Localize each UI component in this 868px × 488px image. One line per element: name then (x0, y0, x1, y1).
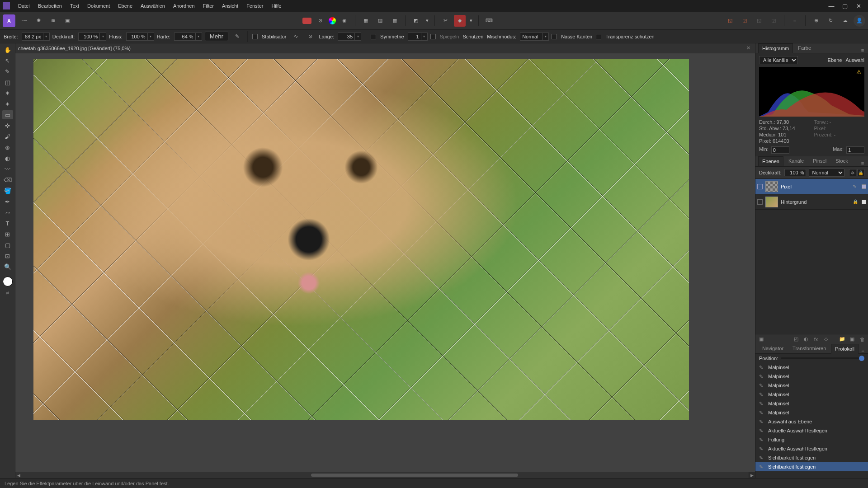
more-button[interactable]: Mehr (205, 32, 228, 41)
persona-tonemap-icon[interactable]: ≋ (47, 15, 59, 27)
history-slider[interactable] (781, 357, 864, 359)
length-input[interactable]: 35 (338, 33, 355, 41)
crop-icon[interactable]: ✂ (439, 15, 451, 27)
zoom-tool-icon[interactable]: 🔍 (2, 262, 13, 271)
crop-tool-icon[interactable]: ◫ (2, 78, 13, 87)
menu-datei[interactable]: Datei (14, 1, 33, 10)
history-item[interactable]: ✎Malpinsel (755, 408, 868, 417)
tab-transform[interactable]: Transformieren (788, 343, 830, 353)
account-avatar[interactable]: 👤 (854, 15, 865, 27)
history-panel-menu-icon[interactable]: ≡ (859, 348, 866, 353)
persona-photo-icon[interactable]: A (3, 14, 15, 27)
window-close[interactable]: ✕ (852, 1, 865, 10)
menu-bearbeiten[interactable]: Bearbeiten (34, 1, 66, 10)
sync-refresh-icon[interactable]: ↻ (825, 15, 836, 27)
swatch-color-icon[interactable] (329, 17, 336, 24)
layer-mask-icon[interactable]: ◰ (792, 336, 800, 343)
move-tool-icon[interactable]: ↖ (2, 56, 13, 65)
tab-layers[interactable]: Ebenen (758, 156, 783, 166)
history-item[interactable]: ✎Aktuelle Auswahl festlegen (755, 426, 868, 435)
scroll-left-icon[interactable]: ◀ (15, 472, 22, 478)
menu-auswaehlen[interactable]: Auswählen (137, 1, 169, 10)
persona-develop-icon[interactable]: ✺ (33, 15, 44, 27)
shape-tool-icon[interactable]: ▢ (2, 240, 13, 249)
menu-text[interactable]: Text (66, 1, 83, 10)
layer-visibility-checkbox[interactable] (757, 199, 763, 205)
hand-tool-icon[interactable]: ✋ (2, 45, 13, 54)
canvas-image[interactable] (33, 59, 689, 420)
history-item[interactable]: ✎Füllung (755, 435, 868, 444)
swatch-recent-icon[interactable]: ◉ (339, 15, 350, 27)
layer-name[interactable]: Pixel (781, 184, 850, 189)
pressure-size-icon[interactable]: ✎ (231, 31, 243, 42)
menu-dokument[interactable]: Dokument (84, 1, 113, 10)
hist-max-input[interactable] (846, 146, 864, 154)
tab-channels[interactable]: Kanäle (784, 156, 808, 166)
menu-filter[interactable]: Filter (199, 1, 217, 10)
menu-ansicht[interactable]: Ansicht (218, 1, 242, 10)
layer-opacity-input[interactable] (784, 169, 806, 176)
layer-fx-add-icon[interactable]: fx (812, 336, 820, 343)
history-item[interactable]: ✎Malpinsel (755, 381, 868, 390)
history-list[interactable]: ✎Malpinsel✎Malpinsel✎Malpinsel✎Malpinsel… (755, 363, 868, 478)
tab-history[interactable]: Protokoll (831, 344, 859, 354)
layer-fx-icon[interactable]: ✲ (849, 169, 856, 176)
document-tab[interactable]: cheetah-g3635066ee_1920.jpg [Geändert] (… (18, 46, 131, 51)
arrange-prev-icon[interactable]: ◱ (753, 15, 765, 27)
flow-dropdown[interactable]: ▾ (148, 33, 154, 41)
quickmask-dropdown-icon[interactable]: ▾ (425, 15, 430, 27)
symmetry-checkbox[interactable] (371, 34, 376, 39)
history-item[interactable]: ✎Malpinsel (755, 390, 868, 399)
tab-color[interactable]: Farbe (794, 43, 815, 53)
history-item[interactable]: ✎Malpinsel (755, 399, 868, 408)
layer-add-icon[interactable]: ▣ (848, 336, 856, 343)
mirror-checkbox[interactable] (430, 34, 436, 39)
swap-colors-icon[interactable]: ⇄ (2, 288, 13, 297)
quickmask-icon[interactable]: ◩ (410, 15, 422, 27)
arrange-back-icon[interactable]: ◱ (724, 15, 736, 27)
layer-group-icon[interactable]: ▣ (757, 336, 765, 343)
export-tool-icon[interactable]: ⊡ (2, 251, 13, 260)
hardness-input[interactable]: 64 % (174, 33, 196, 41)
sync-cloud-icon[interactable]: ☁ (839, 15, 851, 27)
history-item[interactable]: ✎Aktuelle Auswahl festlegen (755, 444, 868, 453)
tab-brushes[interactable]: Pinsel (809, 156, 830, 166)
menu-hilfe[interactable]: Hilfe (268, 1, 285, 10)
symmetry-input[interactable]: 1 (408, 33, 421, 41)
menu-anordnen[interactable]: Anordnen (170, 1, 198, 10)
tab-stock[interactable]: Stock (831, 156, 852, 166)
window-minimize[interactable]: — (825, 1, 838, 10)
layers-panel-menu-icon[interactable]: ≡ (859, 160, 866, 166)
histogram-channel-select[interactable]: Alle Kanäle (759, 56, 798, 64)
marquee-tool-icon[interactable]: ▭ (2, 110, 13, 119)
length-dropdown[interactable]: ▾ (355, 33, 361, 41)
fill-tool-icon[interactable]: 🪣 (2, 186, 13, 195)
sync-add-icon[interactable]: ⊕ (810, 15, 822, 27)
persona-liquify-icon[interactable]: 〰 (18, 15, 30, 27)
layer-item-hintergrund[interactable]: Hintergrund 🔒 (755, 194, 868, 210)
gradient-tool-icon[interactable]: ▱ (2, 208, 13, 217)
clone-tool-icon[interactable]: ⊛ (2, 143, 13, 152)
deselect-icon[interactable]: ▨ (374, 15, 386, 27)
layer-lock-icon[interactable]: 🔒 (857, 169, 864, 176)
document-tab-close-icon[interactable]: ✕ (745, 45, 752, 51)
layer-item-pixel[interactable]: Pixel ✎ (755, 179, 868, 194)
scroll-right-icon[interactable]: ▶ (749, 472, 755, 478)
color-picker-tool-icon[interactable]: ✎ (2, 67, 13, 76)
layer-edit-icon[interactable]: ✎ (853, 184, 858, 189)
healing-tool-icon[interactable]: ✜ (2, 121, 13, 130)
histogram-auswahl-button[interactable]: Auswahl (845, 57, 864, 63)
opacity-input[interactable]: 100 % (78, 33, 100, 41)
smudge-tool-icon[interactable]: 〰 (2, 164, 13, 174)
history-item[interactable]: ✎Sichtbarkeit festlegen (755, 453, 868, 462)
auto-icon[interactable]: ◆ (454, 15, 466, 27)
persona-export-icon[interactable]: ▣ (61, 15, 73, 27)
symmetry-dropdown[interactable]: ▾ (421, 33, 428, 41)
select-all-icon[interactable]: ▦ (360, 15, 372, 27)
layer-delete-icon[interactable]: 🗑 (858, 336, 866, 343)
layer-adjustment-icon[interactable]: ◐ (802, 336, 810, 343)
layer-empty-area[interactable] (755, 210, 868, 334)
tab-histogram[interactable]: Histogramm (758, 43, 793, 53)
layer-show-checkbox[interactable] (862, 200, 866, 204)
opacity-dropdown[interactable]: ▾ (100, 33, 106, 41)
